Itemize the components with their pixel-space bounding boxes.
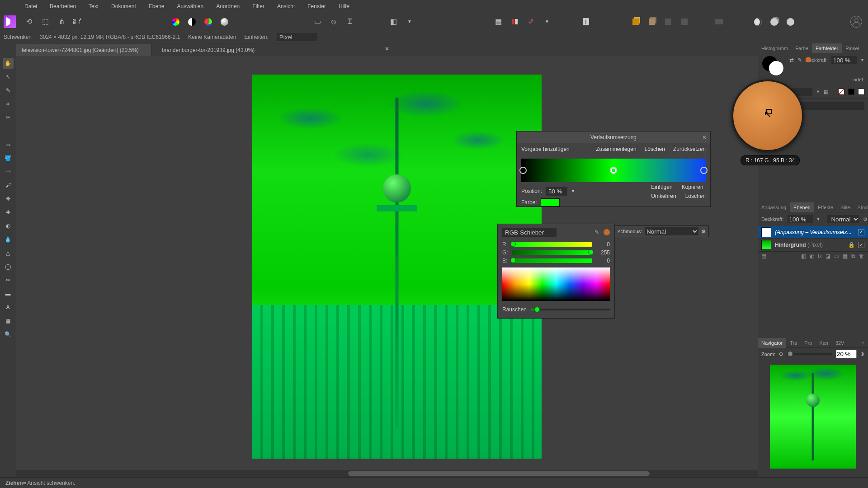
- b-slider[interactable]: B: 0: [502, 258, 610, 264]
- shape-tool-icon[interactable]: ▬: [3, 288, 14, 299]
- dodge-tool-icon[interactable]: ◐: [3, 221, 14, 231]
- delete2-link[interactable]: Löschen: [685, 193, 706, 199]
- info-icon[interactable]: i: [580, 15, 592, 28]
- stack-brown-icon[interactable]: [646, 15, 658, 28]
- menu-bearbeiten[interactable]: Bearbeiten: [43, 0, 82, 13]
- tab-navigator[interactable]: Navigator: [758, 338, 786, 348]
- rgb-circles-icon[interactable]: [202, 15, 214, 28]
- trash-icon[interactable]: 🗑: [859, 253, 864, 259]
- eyedropper-small-icon[interactable]: ✎: [797, 57, 802, 63]
- flood-tool-icon[interactable]: 🪣: [3, 153, 14, 164]
- doc-tab-1[interactable]: television-tower-7244801.jpg [Geändert] …: [16, 44, 152, 56]
- tab-kan[interactable]: Kan: [816, 338, 832, 348]
- layer-visible-0[interactable]: ✓: [858, 229, 864, 235]
- swatch-grid-icon[interactable]: ▦: [824, 89, 828, 95]
- tab-effekte[interactable]: Effekte: [814, 202, 837, 212]
- sharpen-tool-icon[interactable]: △: [3, 248, 14, 258]
- layers-filter-icon[interactable]: ▤: [761, 253, 766, 259]
- gradient-stop-1[interactable]: [610, 167, 617, 174]
- blur-tool-icon[interactable]: 💧: [3, 234, 14, 245]
- heal-tool-icon[interactable]: ✚: [3, 207, 14, 218]
- noise-slider[interactable]: [531, 309, 610, 310]
- group-icon[interactable]: ▭: [834, 253, 839, 259]
- tab-stock[interactable]: Stock: [854, 202, 868, 212]
- fg-bg-color-preview[interactable]: [762, 56, 787, 75]
- quickmask-icon[interactable]: ◧: [387, 15, 400, 28]
- insert-link[interactable]: Einfügen: [651, 184, 672, 190]
- menu-dokument[interactable]: Dokument: [105, 0, 142, 13]
- swatch-chip-1[interactable]: [838, 89, 844, 95]
- merge-link[interactable]: Zusammenlegen: [596, 146, 636, 152]
- marquee-tool-icon[interactable]: ▭: [3, 139, 14, 150]
- blendmode-select[interactable]: Normal: [645, 227, 698, 235]
- dialog-close-icon[interactable]: ✕: [702, 134, 707, 141]
- canvas-viewport[interactable]: [16, 56, 778, 477]
- invert-link[interactable]: Umkehren: [651, 193, 676, 199]
- color-model-select[interactable]: [502, 228, 557, 237]
- adjustment-icon[interactable]: ◐: [810, 253, 814, 259]
- g-slider[interactable]: G: 255: [502, 249, 610, 256]
- hand-tool-icon[interactable]: ✋: [3, 58, 14, 69]
- tab-pro[interactable]: Pro: [801, 338, 816, 348]
- layer-blendmode-select[interactable]: Normal: [827, 215, 859, 223]
- clone-tool-icon[interactable]: ✥: [3, 193, 14, 204]
- mask-icon[interactable]: ◧: [801, 253, 806, 259]
- swatch-chip-2[interactable]: [848, 89, 854, 95]
- smudge-tool-icon[interactable]: 〰: [3, 166, 14, 177]
- zoom-value-input[interactable]: [836, 350, 857, 358]
- refresh-icon[interactable]: ⟲: [23, 15, 35, 28]
- stack-mono-icon[interactable]: [768, 15, 780, 28]
- new-layer-icon[interactable]: ▦: [843, 253, 848, 259]
- menu-ebene[interactable]: Ebene: [142, 0, 171, 13]
- navigator-thumbnail[interactable]: [770, 365, 856, 469]
- zoom-tool-icon[interactable]: 🔍: [3, 329, 14, 340]
- dropdown-caret-icon[interactable]: ▼: [403, 15, 416, 28]
- menu-filter[interactable]: Filter: [246, 0, 271, 13]
- tab-anpassung[interactable]: Anpassung: [758, 202, 790, 212]
- reset-link[interactable]: Zurücksetzen: [673, 146, 706, 152]
- slice-tool-icon[interactable]: ✂: [3, 112, 14, 123]
- stack-orange-icon[interactable]: [629, 15, 642, 28]
- dialog-titlebar[interactable]: Verlaufsumsetzung ✕: [517, 131, 710, 143]
- zoom-slider[interactable]: [787, 353, 832, 355]
- swatches-icon[interactable]: [508, 15, 521, 28]
- layer-opacity-caret-icon[interactable]: ▼: [816, 217, 821, 221]
- position-input[interactable]: [546, 187, 567, 196]
- move-tool-icon[interactable]: ↖: [3, 71, 14, 82]
- menu-auswaehlen[interactable]: Auswählen: [170, 0, 210, 13]
- layer-row-adjustment[interactable]: (Anpassung – Verlaufsumsetz... ✓: [758, 226, 868, 239]
- eyedropper-icon[interactable]: ✎: [594, 229, 601, 235]
- menu-hilfe[interactable]: Hilfe: [332, 0, 356, 13]
- layer-visible-1[interactable]: ✓: [858, 242, 864, 248]
- fx-icon[interactable]: fx: [818, 253, 822, 259]
- contrast-icon[interactable]: [185, 15, 198, 28]
- zoom-in-icon[interactable]: ⊕: [860, 351, 864, 357]
- waveform-icon[interactable]: ⋔: [55, 15, 68, 28]
- tab-farbe[interactable]: Farbe: [792, 43, 812, 53]
- tab-pinsel[interactable]: Pinsel: [842, 43, 863, 53]
- delete-link[interactable]: Löschen: [645, 146, 665, 152]
- node-tool-icon[interactable]: ✎: [3, 85, 14, 96]
- magic-wand-icon[interactable]: ✐: [524, 15, 537, 28]
- color-swatch[interactable]: [541, 198, 560, 206]
- tab-histogramm[interactable]: Histogramm: [758, 43, 792, 53]
- globe-icon[interactable]: [784, 15, 797, 28]
- marquee-icon[interactable]: ▭: [311, 15, 324, 28]
- account-icon[interactable]: [850, 15, 863, 28]
- doc-tab-1-close-icon[interactable]: ✕: [385, 46, 389, 52]
- spectrum-picker[interactable]: [502, 267, 610, 301]
- share-icon[interactable]: �វ: [71, 15, 84, 28]
- brush-tool-icon[interactable]: 🖌: [3, 180, 14, 191]
- layer-gear-icon[interactable]: ⚙: [863, 216, 868, 222]
- opacity-caret-icon[interactable]: ▼: [860, 58, 864, 62]
- doc-tab-2[interactable]: brandenburger-tor-201939.jpg (43.0%): [156, 44, 262, 56]
- color-wheel-icon[interactable]: [169, 15, 182, 28]
- position-dropdown-icon[interactable]: ▼: [571, 189, 575, 193]
- sphere-icon[interactable]: [218, 15, 231, 28]
- add-preset-link[interactable]: Vorgabe hinzufügen: [521, 146, 570, 152]
- preset-caret-icon[interactable]: ▼: [816, 89, 820, 94]
- text-tool-icon[interactable]: A: [3, 302, 14, 313]
- panel-toggle-icon[interactable]: [712, 15, 725, 28]
- mesh-tool-icon[interactable]: ▦: [3, 315, 14, 326]
- gradient-stop-2[interactable]: [700, 167, 708, 174]
